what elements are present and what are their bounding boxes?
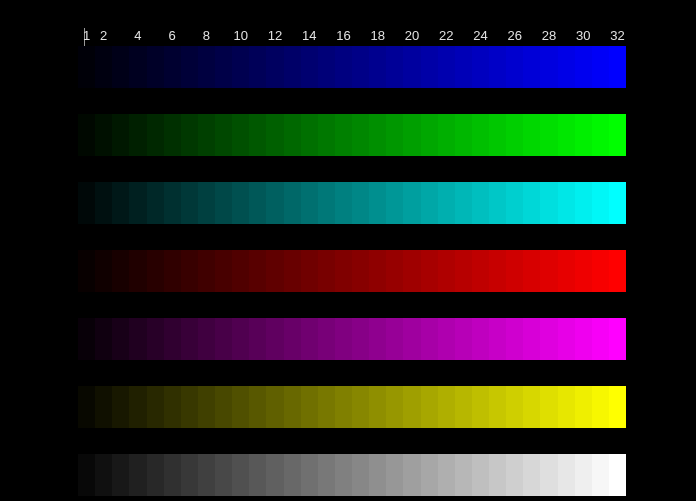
ramp-red-step xyxy=(95,250,112,292)
ramp-blue-step xyxy=(78,46,95,88)
ramp-magenta-step xyxy=(592,318,609,360)
ramp-yellow-step xyxy=(558,386,575,428)
ramp-magenta-step xyxy=(455,318,472,360)
ramp-blue-step xyxy=(609,46,626,88)
ramp-yellow-step xyxy=(369,386,386,428)
ramp-blue-step xyxy=(198,46,215,88)
scale-label-10: 10 xyxy=(233,28,247,43)
ramp-yellow-step xyxy=(249,386,266,428)
ramp-white-step xyxy=(352,454,369,496)
ramp-yellow-step xyxy=(284,386,301,428)
ramp-blue-step xyxy=(249,46,266,88)
ramp-magenta-step xyxy=(369,318,386,360)
ramp-green-step xyxy=(540,114,557,156)
ramp-yellow-step xyxy=(489,386,506,428)
ramp-green-step xyxy=(266,114,283,156)
ramp-green-step xyxy=(164,114,181,156)
ramp-magenta-step xyxy=(249,318,266,360)
ramp-red-step xyxy=(421,250,438,292)
ramp-white-step xyxy=(592,454,609,496)
ramp-green-step xyxy=(523,114,540,156)
ramp-blue-step xyxy=(129,46,146,88)
ramp-magenta-step xyxy=(575,318,592,360)
ramp-blue-step xyxy=(506,46,523,88)
ramp-white-step xyxy=(129,454,146,496)
ramp-cyan-step xyxy=(78,182,95,224)
ramp-blue-step xyxy=(112,46,129,88)
ramp-cyan-step xyxy=(335,182,352,224)
ramp-red-step xyxy=(489,250,506,292)
ramp-cyan-step xyxy=(489,182,506,224)
ramp-yellow-step xyxy=(215,386,232,428)
ramp-magenta-step xyxy=(472,318,489,360)
ramp-magenta-step xyxy=(609,318,626,360)
ramp-green-step xyxy=(232,114,249,156)
ramp-cyan-step xyxy=(403,182,420,224)
ramp-red-step xyxy=(472,250,489,292)
ramp-cyan-step xyxy=(421,182,438,224)
ramp-cyan-step xyxy=(284,182,301,224)
ramp-green-step xyxy=(489,114,506,156)
ramp-green-step xyxy=(421,114,438,156)
ramp-blue-step xyxy=(403,46,420,88)
scale-label-12: 12 xyxy=(268,28,282,43)
ramp-magenta-step xyxy=(558,318,575,360)
ramp-white-step xyxy=(558,454,575,496)
ramp-green-step xyxy=(575,114,592,156)
ramp-magenta-step xyxy=(284,318,301,360)
ramp-white-step xyxy=(540,454,557,496)
ramp-blue-step xyxy=(558,46,575,88)
ramp-red-step xyxy=(198,250,215,292)
scale-label-1: 1 xyxy=(83,28,90,43)
ramp-white-step xyxy=(421,454,438,496)
ramp-cyan-step xyxy=(249,182,266,224)
ramp-magenta-step xyxy=(215,318,232,360)
scale-label-20: 20 xyxy=(405,28,419,43)
scale-label-32: 32 xyxy=(610,28,624,43)
ramp-white-step xyxy=(386,454,403,496)
scale-label-30: 30 xyxy=(576,28,590,43)
ramp-red-step xyxy=(232,250,249,292)
ramp-blue-step xyxy=(266,46,283,88)
ramp-green-step xyxy=(215,114,232,156)
ramp-magenta-step xyxy=(540,318,557,360)
ramp-green-step xyxy=(318,114,335,156)
ramp-yellow-step xyxy=(198,386,215,428)
ramp-cyan-step xyxy=(181,182,198,224)
ramp-cyan-step xyxy=(147,182,164,224)
ramp-red-step xyxy=(369,250,386,292)
ramp-magenta-step xyxy=(506,318,523,360)
ramp-white-step xyxy=(489,454,506,496)
ramp-cyan-step xyxy=(352,182,369,224)
ramp-red-step xyxy=(523,250,540,292)
ramp-green-step xyxy=(455,114,472,156)
ramp-magenta-step xyxy=(386,318,403,360)
ramp-green-step xyxy=(112,114,129,156)
ramp-yellow-step xyxy=(540,386,557,428)
ramp-red-step xyxy=(318,250,335,292)
ramp-cyan-step xyxy=(198,182,215,224)
ramp-yellow-step xyxy=(181,386,198,428)
ramp-green-step xyxy=(369,114,386,156)
ramp-magenta-step xyxy=(318,318,335,360)
gradient-ramps xyxy=(78,46,626,496)
ramp-yellow-step xyxy=(472,386,489,428)
ramp-magenta-step xyxy=(403,318,420,360)
ramp-yellow-step xyxy=(164,386,181,428)
ramp-red xyxy=(78,250,626,292)
ramp-cyan-step xyxy=(215,182,232,224)
ramp-magenta-step xyxy=(198,318,215,360)
ramp-green-step xyxy=(284,114,301,156)
ramp-blue-step xyxy=(181,46,198,88)
scale-label-2: 2 xyxy=(100,28,107,43)
ramp-blue-step xyxy=(147,46,164,88)
ramp-magenta-step xyxy=(301,318,318,360)
ramp-red-step xyxy=(352,250,369,292)
ramp-yellow-step xyxy=(403,386,420,428)
ramp-yellow-step xyxy=(78,386,95,428)
ramp-magenta-step xyxy=(112,318,129,360)
ramp-red-step xyxy=(609,250,626,292)
ramp-green-step xyxy=(335,114,352,156)
ramp-yellow-step xyxy=(438,386,455,428)
ramp-green-step xyxy=(352,114,369,156)
